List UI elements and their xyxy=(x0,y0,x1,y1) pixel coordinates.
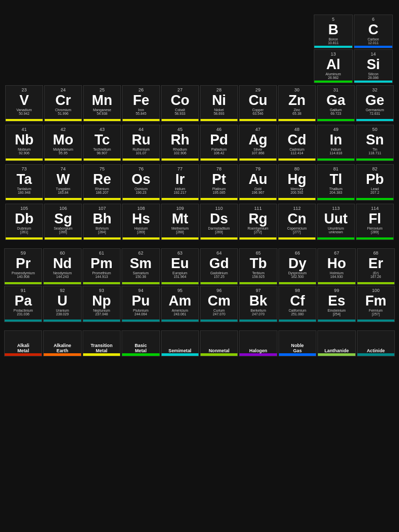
element-color-bar xyxy=(201,282,237,284)
element-Mo[interactable]: 42 Mo Molybdenum 95.95 xyxy=(44,125,82,161)
element-color-bar xyxy=(354,46,392,48)
element-color-bar xyxy=(314,81,352,83)
element-color-bar xyxy=(5,320,42,322)
element-color-bar xyxy=(279,320,316,322)
element-Fl[interactable]: 114 Fl Flerovium [289] xyxy=(356,204,394,240)
element-Al[interactable]: 13 Al Aluminum 26.982 xyxy=(314,49,353,83)
element-Pr[interactable]: 59 Pr Praseodymium 140.908 xyxy=(4,248,42,285)
element-color-bar xyxy=(318,282,355,284)
legend-item-alkali-metal: AlkaliMetal xyxy=(4,330,42,356)
element-Os[interactable]: 76 Os Osmium 190.23 xyxy=(122,164,160,201)
element-color-bar xyxy=(279,282,316,284)
element-Sg[interactable]: 106 Sg Seaborgium [266] xyxy=(44,204,82,240)
element-Am[interactable]: 95 Am Americium 243.061 xyxy=(161,286,199,322)
element-color-bar xyxy=(5,282,42,284)
element-Cd[interactable]: 48 Cd Cadmium 112.414 xyxy=(278,125,316,161)
element-Ru[interactable]: 44 Ru Ruthenium 101.07 xyxy=(122,125,160,161)
element-Ag[interactable]: 47 Ag Silver 107.868 xyxy=(239,125,277,161)
element-Cf[interactable]: 98 Cf Californium 251.080 xyxy=(278,286,316,322)
element-Ta[interactable]: 73 Ta Tantalum 180.948 xyxy=(5,164,43,201)
element-color-bar xyxy=(240,158,276,161)
legend-item-noble-gas: NobleGas xyxy=(278,330,316,356)
element-color-bar xyxy=(356,119,393,121)
element-Sm[interactable]: 62 Sm Samarium 150.36 xyxy=(122,248,159,285)
element-color-bar xyxy=(354,81,392,83)
element-color-bar xyxy=(201,198,237,200)
element-Cu[interactable]: 29 Cu Copper 63.546 xyxy=(239,85,277,122)
element-Pm[interactable]: 61 Pm Promethium 144.913 xyxy=(83,248,121,285)
element-Si[interactable]: 14 Si Silicon 28.086 xyxy=(354,49,393,83)
element-Nb[interactable]: 41 Nb Niobium 92.906 xyxy=(5,125,43,161)
legend-item-halogen: Halogen xyxy=(239,330,277,356)
element-Cn[interactable]: 112 Cn Copernicium [277] xyxy=(278,204,316,240)
element-Tb[interactable]: 65 Tb Terbium 158.925 xyxy=(239,248,277,285)
element-color-bar xyxy=(356,237,393,240)
element-W[interactable]: 74 W Tungsten 183.84 xyxy=(44,164,82,201)
element-Pu[interactable]: 94 Pu Plutonium 244.064 xyxy=(122,286,159,322)
element-Ho[interactable]: 67 Ho Holmium 164.930 xyxy=(317,248,355,285)
element-Zn[interactable]: 30 Zn Zinc 65.38 xyxy=(278,85,316,122)
element-Pt[interactable]: 78 Pt Platinum 195.085 xyxy=(200,164,238,201)
element-V[interactable]: 23 V Vanadium 50.942 xyxy=(5,85,43,122)
element-Ni[interactable]: 28 Ni Nickel 58.693 xyxy=(200,85,238,122)
element-color-bar xyxy=(317,158,354,161)
element-Ir[interactable]: 77 Ir Iridium 192.217 xyxy=(161,164,199,201)
element-color-bar xyxy=(162,119,198,121)
element-U[interactable]: 92 U Uranium 238.029 xyxy=(43,286,81,322)
element-Bk[interactable]: 97 Bk Berkelium 247.070 xyxy=(239,286,277,322)
element-Rh[interactable]: 45 Rh Rhodium 102.906 xyxy=(161,125,199,161)
legend-color-bar xyxy=(201,353,237,356)
element-Fe[interactable]: 26 Fe Iron 55.845 xyxy=(122,85,160,122)
element-Rg[interactable]: 111 Rg Roentgenium [272] xyxy=(239,204,277,240)
element-Pa[interactable]: 91 Pa Protactinium 231.036 xyxy=(4,286,42,322)
element-color-bar xyxy=(278,237,315,240)
element-Uut[interactable]: 113 Uut Ununtrium unknown xyxy=(317,204,355,240)
element-Re[interactable]: 75 Re Rhenium 186.207 xyxy=(83,164,121,201)
element-Tl[interactable]: 81 Tl Thallium 204.383 xyxy=(317,164,355,201)
legend-color-bar xyxy=(318,353,355,356)
element-Hs[interactable]: 108 Hs Hassium [269] xyxy=(122,204,160,240)
element-color-bar xyxy=(357,282,394,284)
element-Cr[interactable]: 24 Cr Chromium 51.996 xyxy=(44,85,82,122)
element-color-bar xyxy=(317,198,354,200)
element-color-bar xyxy=(278,158,315,161)
element-color-bar xyxy=(317,119,354,121)
element-Es[interactable]: 99 Es Einsteinium [254] xyxy=(317,286,355,322)
element-Dy[interactable]: 66 Dy Dysprosium 162.500 xyxy=(278,248,316,285)
element-Ge[interactable]: 32 Ge Germanium 72.631 xyxy=(356,85,394,122)
element-Pb[interactable]: 82 Pb Lead 207.2 xyxy=(356,164,394,201)
element-Co[interactable]: 27 Co Cobalt 58.933 xyxy=(161,85,199,122)
element-B[interactable]: 5 B Boron 10.811 xyxy=(314,15,353,48)
element-Ga[interactable]: 31 Ga Gallium 69.723 xyxy=(317,85,355,122)
element-Bh[interactable]: 107 Bh Bohrium [264] xyxy=(83,204,121,240)
element-color-bar xyxy=(6,237,43,240)
element-Np[interactable]: 93 Np Neptunium 237.048 xyxy=(83,286,121,322)
element-Nd[interactable]: 60 Nd Neodymium 144.243 xyxy=(43,248,81,285)
legend-item-nonmetal: Nonmetal xyxy=(200,330,238,356)
element-Db[interactable]: 105 Db Dubnium [261] xyxy=(5,204,43,240)
element-color-bar xyxy=(123,198,159,200)
element-Mn[interactable]: 25 Mn Manganese 54.938 xyxy=(83,85,121,122)
element-color-bar xyxy=(240,237,276,240)
element-color-bar xyxy=(317,237,354,240)
element-color-bar xyxy=(162,282,198,284)
element-Pd[interactable]: 46 Pd Palladium 106.42 xyxy=(200,125,238,161)
legend-color-bar xyxy=(240,353,276,356)
element-Tc[interactable]: 43 Tc Technetium 98.907 xyxy=(83,125,121,161)
element-Gd[interactable]: 64 Gd Gadolinium 157.25 xyxy=(200,248,238,285)
element-Fm[interactable]: 100 Fm Fermium [257] xyxy=(357,286,395,322)
element-Sn[interactable]: 50 Sn Tin 118.711 xyxy=(356,125,394,161)
element-color-bar xyxy=(123,119,159,121)
element-C[interactable]: 6 C Carbon 12.011 xyxy=(354,15,393,48)
element-In[interactable]: 49 In Indium 114.818 xyxy=(317,125,355,161)
element-Au[interactable]: 79 Au Gold 196.967 xyxy=(239,164,277,201)
element-color-bar xyxy=(45,158,82,161)
element-Hg[interactable]: 80 Hg Mercury 200.592 xyxy=(278,164,316,201)
element-color-bar xyxy=(162,237,198,240)
element-Mt[interactable]: 109 Mt Meitnerium [268] xyxy=(161,204,199,240)
element-Ds[interactable]: 110 Ds Darmstadtium [269] xyxy=(200,204,238,240)
element-Eu[interactable]: 63 Eu Europium 151.964 xyxy=(161,248,199,285)
element-Cm[interactable]: 96 Cm Curium 247.070 xyxy=(200,286,238,322)
element-color-bar xyxy=(44,320,81,322)
element-Er[interactable]: 68 Er (Er) 167.26 xyxy=(357,248,395,285)
